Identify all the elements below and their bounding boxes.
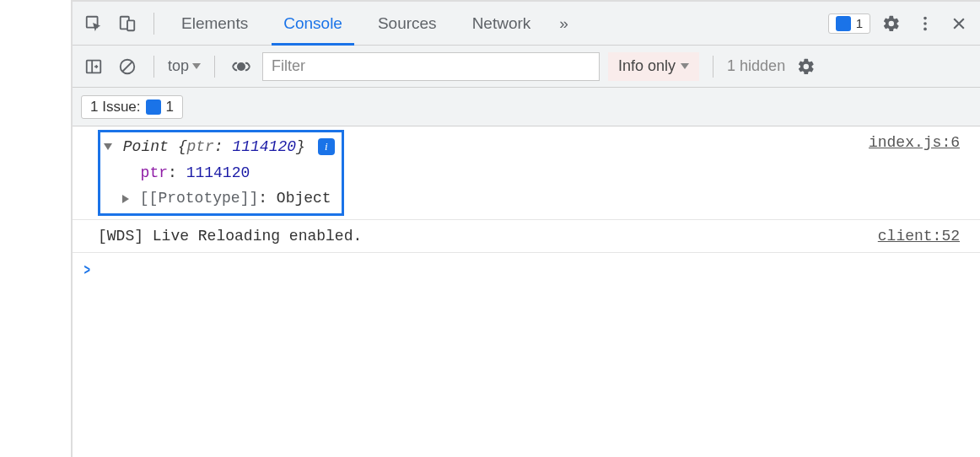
separator bbox=[153, 56, 154, 78]
source-link[interactable]: index.js:6 bbox=[869, 130, 970, 156]
devtools-tabbar: Elements Console Sources Network » 1 bbox=[73, 2, 980, 46]
issues-chip[interactable]: 1 Issue: 1 bbox=[81, 95, 183, 119]
issues-row: 1 Issue: 1 bbox=[73, 88, 980, 126]
svg-point-3 bbox=[923, 16, 927, 19]
issues-counter[interactable]: 1 bbox=[828, 13, 870, 34]
context-selector[interactable]: top bbox=[168, 57, 201, 75]
live-expression-icon[interactable] bbox=[229, 54, 254, 79]
tab-console[interactable]: Console bbox=[270, 2, 356, 45]
console-message-row: [WDS] Live Reloading enabled. client:52 bbox=[73, 220, 980, 254]
property-value: 1114120 bbox=[186, 164, 250, 181]
svg-point-4 bbox=[923, 22, 927, 25]
close-icon[interactable] bbox=[946, 11, 972, 36]
device-toolbar-icon[interactable] bbox=[115, 11, 140, 36]
chat-icon bbox=[146, 99, 161, 115]
log-level-label: Info only bbox=[618, 57, 676, 75]
tab-sources[interactable]: Sources bbox=[364, 2, 450, 45]
settings-icon[interactable] bbox=[879, 11, 904, 36]
property-key: ptr bbox=[141, 164, 168, 181]
hidden-count-label: 1 hidden bbox=[727, 57, 785, 75]
object-property-line[interactable]: ptr: 1114120 bbox=[104, 160, 335, 186]
preview-key: ptr bbox=[186, 138, 213, 155]
kebab-menu-icon[interactable] bbox=[913, 11, 938, 36]
tab-network[interactable]: Network bbox=[459, 2, 545, 45]
disclosure-closed-icon[interactable] bbox=[122, 195, 129, 203]
console-body: Point {ptr: 1114120} i ptr: 1114120 [[Pr… bbox=[73, 126, 980, 289]
prototype-value: Object bbox=[277, 190, 331, 207]
console-sidebar-toggle-icon[interactable] bbox=[81, 54, 106, 79]
console-filterbar: top Info only 1 hidden bbox=[73, 46, 980, 88]
chevron-down-icon bbox=[192, 63, 201, 69]
devtools-panel: Elements Console Sources Network » 1 bbox=[73, 0, 980, 457]
object-prototype-line[interactable]: [[Prototype]]: Object bbox=[104, 185, 335, 212]
preview-value: 1114120 bbox=[232, 138, 296, 155]
prototype-label: [[Prototype]] bbox=[140, 190, 258, 207]
object-class-name: Point bbox=[123, 138, 169, 155]
object-inspector[interactable]: Point {ptr: 1114120} i ptr: 1114120 [[Pr… bbox=[98, 130, 344, 216]
prompt-caret-icon: > bbox=[84, 258, 91, 284]
svg-point-5 bbox=[923, 27, 927, 30]
tab-overflow[interactable]: » bbox=[552, 2, 575, 45]
filter-input[interactable] bbox=[262, 52, 600, 81]
log-level-selector[interactable]: Info only bbox=[608, 52, 699, 81]
issues-chip-count: 1 bbox=[166, 99, 174, 116]
svg-point-8 bbox=[237, 62, 245, 71]
inspect-element-icon[interactable] bbox=[81, 11, 106, 36]
svg-rect-6 bbox=[87, 60, 101, 73]
disclosure-open-icon[interactable] bbox=[104, 143, 112, 150]
issues-counter-value: 1 bbox=[856, 16, 863, 30]
page-left-gutter bbox=[0, 0, 73, 457]
clear-console-icon[interactable] bbox=[115, 54, 140, 79]
brace: { bbox=[178, 138, 187, 155]
svg-rect-2 bbox=[127, 20, 134, 30]
separator bbox=[153, 13, 154, 35]
console-log-text: [WDS] Live Reloading enabled. bbox=[98, 228, 362, 245]
tab-elements[interactable]: Elements bbox=[168, 2, 261, 45]
chat-icon bbox=[836, 16, 851, 31]
source-link[interactable]: client:52 bbox=[878, 223, 970, 250]
issues-chip-label: 1 Issue: bbox=[90, 99, 141, 116]
console-settings-icon[interactable] bbox=[794, 54, 819, 79]
chevron-down-icon bbox=[681, 63, 689, 69]
console-message-row: Point {ptr: 1114120} i ptr: 1114120 [[Pr… bbox=[73, 126, 980, 220]
console-prompt[interactable]: > bbox=[73, 253, 980, 289]
info-icon[interactable]: i bbox=[318, 138, 335, 155]
context-selector-label: top bbox=[168, 57, 189, 75]
object-summary-line[interactable]: Point {ptr: 1114120} i bbox=[104, 134, 335, 160]
separator bbox=[713, 56, 713, 78]
separator bbox=[214, 56, 215, 78]
